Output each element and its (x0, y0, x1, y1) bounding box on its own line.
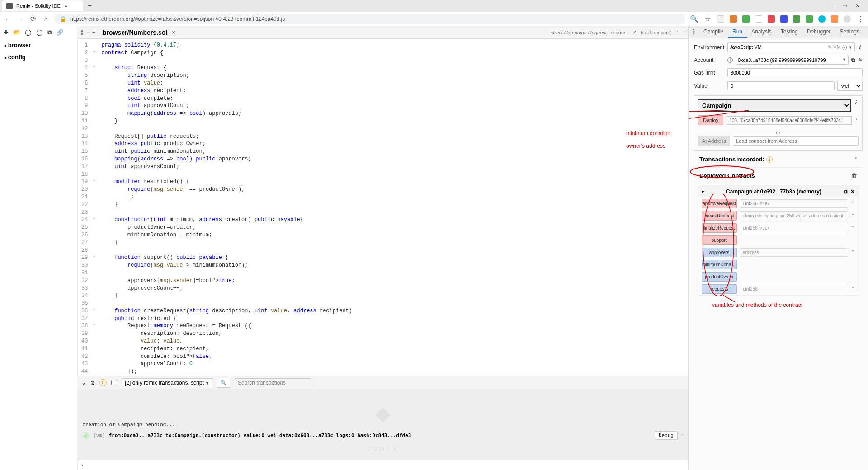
copy-account-icon[interactable]: ⧉ (851, 57, 855, 63)
fn-productOwner-button[interactable]: productOwner (702, 272, 737, 282)
ext-icon-9[interactable] (818, 15, 826, 23)
search-icon[interactable]: 🔍 (217, 378, 230, 388)
ext-icon-2[interactable] (730, 15, 737, 23)
copy-address-icon[interactable]: ⧉ (844, 188, 848, 195)
back-icon[interactable]: ← (4, 15, 12, 23)
ext-icon-10[interactable] (831, 15, 838, 23)
open-folder-icon[interactable]: 📂 (13, 29, 20, 36)
remove-instance-icon[interactable]: ✕ (850, 188, 855, 195)
info-icon[interactable]: i (858, 44, 863, 51)
value-input[interactable] (727, 81, 835, 90)
ext-icon-7[interactable] (793, 15, 800, 23)
bookmark-icon[interactable]: ☆ (703, 15, 712, 23)
deploy-button[interactable]: Deploy (698, 115, 723, 125)
fn-approvers-button[interactable]: approvers (702, 248, 737, 257)
fn-approvers-args-input[interactable]: address (740, 248, 848, 257)
new-file-icon[interactable]: ✚ (4, 29, 9, 36)
tab-testing[interactable]: Testing (776, 26, 802, 38)
fn-requests-args-input[interactable]: uint256 (740, 285, 848, 293)
debug-button[interactable]: Debug (655, 431, 678, 440)
copy-icon[interactable]: ⧉ (47, 29, 52, 36)
chevron-down-icon[interactable]: ˅ (851, 213, 855, 218)
tree-item-config[interactable]: config (0, 51, 77, 63)
deploy-args-input[interactable]: 100, "0xca35b7d915458ef540ade6068dfe2f44… (726, 116, 852, 125)
info-icon[interactable]: i (854, 99, 859, 112)
collapse-contract-icon[interactable]: ▾ (702, 189, 704, 194)
trash-icon[interactable]: 🗑 (851, 172, 857, 179)
fn-finalizeRequest-button[interactable]: finalizeRequest (702, 223, 737, 233)
transactions-recorded-header[interactable]: Transactions recorded:1 ˅ (694, 151, 863, 167)
active-file-tab[interactable]: browser/Numbers.sol (103, 29, 167, 36)
tab-settings[interactable]: Settings (835, 26, 863, 38)
minimize-icon[interactable]: — (829, 3, 834, 9)
collapse-panel-icon[interactable]: ⟪ (80, 29, 84, 36)
chevron-down-icon[interactable]: ˅ (851, 287, 855, 291)
contract-select[interactable]: Campaign (698, 99, 851, 112)
value-unit-select[interactable]: wei (837, 81, 863, 91)
ext-icon-6[interactable] (780, 15, 788, 23)
edit-account-icon[interactable]: ✎ (858, 57, 863, 63)
expand-args-icon[interactable]: ˅ (854, 118, 859, 123)
code-content[interactable]: pragma solidity ^0.4.17;contract Campaig… (97, 39, 357, 376)
close-file-icon[interactable]: × (170, 29, 177, 36)
fn-minimumDonation-button[interactable]: minimumDonation (702, 260, 737, 269)
tab-close-icon[interactable]: × (64, 2, 68, 9)
ext-icon-3[interactable] (742, 15, 750, 23)
environment-select[interactable]: JavaScript VM✎ VM (-) ▼ (727, 42, 855, 52)
account-add-icon[interactable]: + (727, 57, 733, 63)
chevron-down-icon[interactable]: ˅ (851, 250, 855, 255)
zoom-out-icon[interactable]: − (86, 29, 90, 36)
zoom-icon[interactable]: 🔍 (690, 15, 698, 23)
ext-icon-1[interactable] (717, 15, 724, 23)
fn-support-button[interactable]: support (702, 235, 737, 245)
menu-icon[interactable]: ⋮ (856, 15, 864, 23)
forward-icon[interactable]: → (16, 15, 24, 23)
maximize-icon[interactable]: ▭ (842, 3, 847, 9)
tab-run[interactable]: Run (728, 26, 747, 38)
close-window-icon[interactable]: ✕ (855, 3, 860, 9)
console-clear-icon[interactable]: ⊘ (90, 380, 95, 386)
at-address-button[interactable]: At Address (698, 136, 730, 146)
panel-collapse-icon[interactable]: ⟫ (689, 26, 699, 38)
code-editor[interactable]: 1234567891011121314151617181920212223242… (78, 39, 688, 376)
listen-checkbox[interactable] (111, 380, 117, 385)
txn-expand-icon[interactable]: ˅ (681, 433, 684, 438)
ref-up-icon[interactable]: ˄ (676, 30, 679, 35)
avatar-icon[interactable] (844, 15, 851, 23)
browser-tab[interactable]: Remix - Solidity IDE × (2, 0, 83, 11)
ref-down-icon[interactable]: ˅ (683, 30, 685, 35)
url-input[interactable]: 🔒 https://remix.ethereum.org/#optimize=f… (54, 14, 685, 24)
fn-approveRequest-args-input[interactable]: uint256 index (740, 199, 848, 208)
github-icon[interactable]: ◯ (25, 29, 32, 36)
fn-approveRequest-button[interactable]: approveRequest (702, 199, 737, 208)
ext-icon-4[interactable] (755, 15, 762, 23)
chevron-down-icon[interactable]: ˅ (855, 157, 857, 162)
search-transactions-input[interactable]: Search transactions (235, 378, 311, 387)
console-expand-icon[interactable]: ⌄ (81, 380, 86, 386)
fn-createRequest-button[interactable]: createRequest (702, 211, 737, 221)
jump-icon[interactable]: ↗ (632, 29, 637, 35)
link-icon[interactable]: 🔗 (56, 29, 63, 36)
zoom-in-icon[interactable]: + (92, 29, 95, 36)
chevron-down-icon[interactable]: ˅ (851, 201, 855, 206)
console-prompt[interactable]: › (78, 460, 688, 470)
at-address-input[interactable] (733, 136, 859, 146)
tab-debugger[interactable]: Debugger (802, 26, 835, 38)
fn-finalizeRequest-args-input[interactable]: uint256 index (740, 224, 848, 232)
reload-icon[interactable]: ⟳ (29, 15, 37, 23)
gas-limit-input[interactable] (727, 68, 863, 77)
transaction-row[interactable]: ✓ [vm] from:0xca3...a733c to:Campaign.(c… (82, 431, 684, 440)
tab-compile[interactable]: Compile (699, 26, 728, 38)
ext-icon-5[interactable] (768, 15, 775, 23)
account-select[interactable]: 0xca3...a733c (99.99999999999919799▼ (736, 56, 849, 65)
tree-item-browser[interactable]: browser (0, 39, 77, 51)
ext-icon-8[interactable] (806, 15, 813, 23)
home-icon[interactable]: ⌂ (42, 15, 50, 23)
txn-filter-dropdown[interactable]: [2] only remix transactions, script ▼ (122, 378, 212, 387)
fn-requests-button[interactable]: requests (702, 284, 737, 294)
tab-support[interactable]: Support (864, 26, 868, 38)
tab-analysis[interactable]: Analysis (747, 26, 776, 38)
github-alt-icon[interactable]: ◯ (36, 29, 43, 36)
chevron-down-icon[interactable]: ˅ (851, 226, 855, 230)
fn-createRequest-args-input[interactable]: string description, uint256 value, addre… (740, 212, 848, 220)
